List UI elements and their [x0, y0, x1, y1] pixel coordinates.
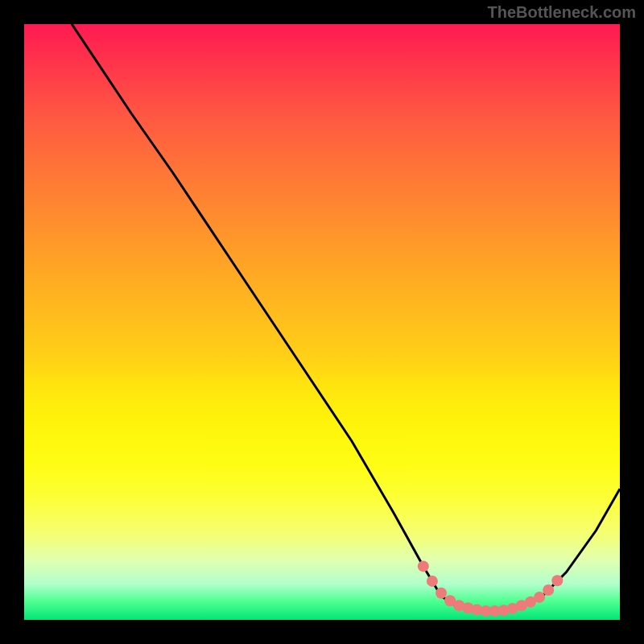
highlight-dot [436, 588, 447, 599]
watermark-text: TheBottleneck.com [488, 3, 636, 22]
chart-plot-area [24, 24, 620, 620]
highlight-dot [551, 575, 563, 586]
highlight-dots-group [418, 560, 564, 617]
highlight-dot [427, 576, 438, 587]
chart-curve [72, 24, 620, 611]
highlight-dot [543, 584, 554, 596]
highlight-dot [534, 592, 545, 603]
highlight-dot [418, 560, 429, 572]
chart-svg [24, 24, 620, 620]
